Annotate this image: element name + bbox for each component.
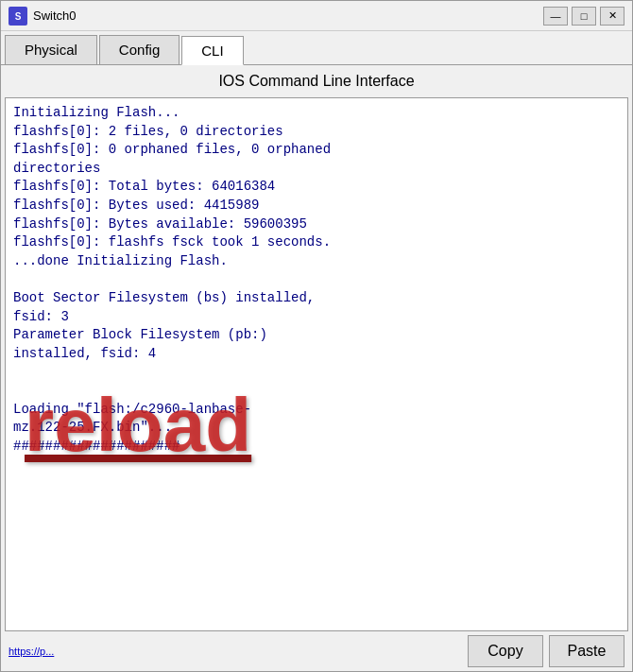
title-bar: S Switch0 — □ ✕ (1, 1, 632, 31)
section-title: IOS Command Line Interface (1, 65, 632, 97)
bottom-bar: https://p... Copy Paste (1, 631, 632, 671)
cli-output[interactable]: Initializing Flash... flashfs[0]: 2 file… (6, 98, 627, 630)
window-controls: — □ ✕ (543, 7, 624, 26)
svg-text:S: S (15, 11, 22, 22)
cli-text: Initializing Flash... flashfs[0]: 2 file… (13, 104, 620, 456)
tab-bar: Physical Config CLI (1, 31, 632, 65)
app-icon: S (9, 7, 27, 26)
window-title: Switch0 (33, 9, 543, 23)
main-window: S Switch0 — □ ✕ Physical Config CLI IOS … (0, 0, 633, 672)
cli-area: Initializing Flash... flashfs[0]: 2 file… (5, 97, 628, 631)
close-button[interactable]: ✕ (600, 7, 624, 26)
copy-button[interactable]: Copy (468, 635, 543, 667)
maximize-button[interactable]: □ (572, 7, 596, 26)
tab-physical[interactable]: Physical (5, 35, 97, 64)
url-hint: https://p... (9, 646, 462, 657)
minimize-button[interactable]: — (543, 7, 568, 26)
tab-config[interactable]: Config (99, 35, 180, 64)
paste-button[interactable]: Paste (549, 635, 624, 667)
tab-cli[interactable]: CLI (181, 36, 243, 65)
